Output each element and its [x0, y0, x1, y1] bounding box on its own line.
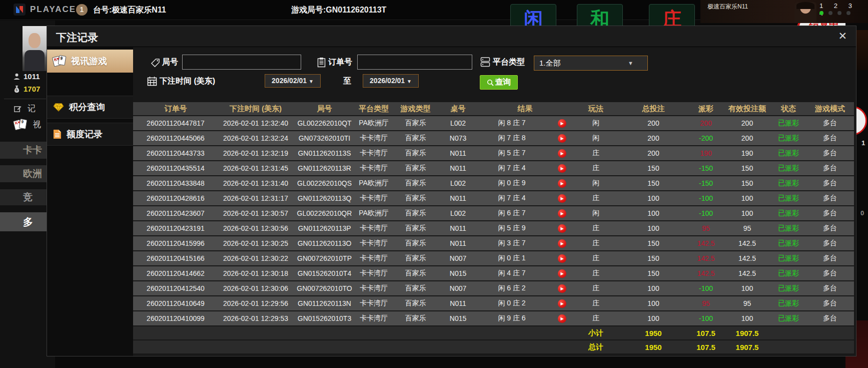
tab-quota-records[interactable]: 额度记录 [47, 123, 133, 146]
cell-round-number: GL002262010QT [293, 119, 356, 127]
chevron-down-icon: ▼ [309, 79, 314, 84]
platform-type-value: 1.全部 [539, 59, 561, 67]
cell-platform-type: 卡卡湾厅 [356, 269, 392, 278]
balance-row: $ 1707 [13, 85, 40, 93]
replay-play-button[interactable]: ▶ [558, 269, 566, 278]
cell-payout: -100 [688, 194, 723, 202]
cell-result: 闲 5 庄 7 ▶ [477, 149, 573, 158]
cell-total-bet: 100 [618, 284, 688, 292]
cell-payout: -150 [688, 179, 723, 187]
table-row: 260201120445066 2026-02-01 12:32:24 GN07… [133, 131, 854, 145]
cell-payout: -200 [688, 134, 723, 142]
replay-play-button[interactable]: ▶ [558, 284, 566, 293]
query-button[interactable]: 查询 [480, 75, 518, 90]
cell-result: 闲 7 庄 8 ▶ [477, 134, 573, 143]
video-game-row-fragment[interactable]: K♥9 视 [14, 119, 41, 131]
tab-points-query[interactable]: 积分查询 [47, 96, 133, 119]
replay-play-button[interactable]: ▶ [558, 254, 566, 263]
date-to-picker[interactable]: 2026/02/01 ▼ [363, 74, 419, 88]
cell-bet-type: 闲 [573, 209, 618, 218]
cell-total-bet: 150 [618, 269, 688, 277]
cell-bet-time: 2026-02-01 12:30:57 [218, 209, 293, 217]
bet-records-table: 订单号下注时间 (美东)局号平台类型游戏类型桌号结果玩法总投注派彩有效投注额状态… [133, 102, 854, 353]
document-icon [53, 129, 62, 139]
cell-game-mode: 多台 [806, 254, 854, 263]
replay-play-button[interactable]: ▶ [558, 314, 566, 323]
video-table-title: 极速百家乐N11 [707, 3, 748, 11]
live-video-thumbnail[interactable]: 极速百家乐N11 1 2 3 4 [700, 0, 868, 23]
replay-play-button[interactable]: ▶ [558, 209, 566, 218]
round-number-input[interactable] [182, 55, 301, 70]
cell-order-number: 260201120415166 [133, 254, 218, 262]
cell-order-number: 260201120414662 [133, 269, 218, 277]
platform-type-select[interactable]: 1.全部 ▼ [534, 56, 648, 71]
cell-table-number: N011 [439, 194, 477, 202]
column-header: 游戏模式 [806, 104, 854, 114]
cell-bet-time: 2026-02-01 12:32:19 [218, 149, 293, 157]
replay-play-button[interactable]: ▶ [558, 164, 566, 173]
bet-time-filter-label: 下注时间 (美东) [160, 76, 215, 87]
cell-platform-type: 卡卡湾厅 [356, 254, 392, 263]
cell-bet-type: 闲 [573, 134, 618, 143]
cell-status: 已派彩 [771, 224, 806, 233]
column-header: 总投注 [618, 104, 688, 114]
cell-bet-type: 庄 [573, 254, 618, 263]
close-icon[interactable]: ✕ [838, 30, 847, 42]
cell-game-type: 百家乐 [392, 239, 439, 248]
date-from-picker[interactable]: 2026/02/01 ▼ [265, 74, 321, 88]
result-text: 闲 8 庄 7 [477, 119, 547, 128]
replay-play-button[interactable]: ▶ [558, 134, 566, 143]
replay-play-button[interactable]: ▶ [558, 149, 566, 158]
cell-table-number: N011 [439, 224, 477, 232]
cell-game-mode: 多台 [806, 269, 854, 278]
cell-platform-type: PA欧洲厅 [356, 209, 392, 218]
subtotal-row: 小计 1950 107.5 1907.5 [133, 326, 854, 339]
brand-text: PLAYACE [30, 5, 76, 15]
cell-round-number: GN007262010TP [293, 254, 356, 262]
cell-table-number: N011 [439, 164, 477, 172]
table-row: 260201120433848 2026-02-01 12:31:40 GL00… [133, 176, 854, 190]
cell-round-number: GN0112620113O [293, 239, 356, 247]
replay-play-button[interactable]: ▶ [558, 299, 566, 308]
cell-game-mode: 多台 [806, 194, 854, 203]
tab-video-games[interactable]: K♥9 视讯游戏 [47, 50, 133, 73]
cell-bet-time: 2026-02-01 12:31:40 [218, 179, 293, 187]
person-icon [13, 73, 21, 80]
date-range-to-label: 至 [343, 76, 351, 87]
cell-valid-bet: 142.5 [723, 269, 771, 277]
cell-valid-bet: 100 [723, 314, 771, 322]
cell-table-number: L002 [439, 119, 477, 127]
cell-platform-type: 卡卡湾厅 [356, 284, 392, 293]
cell-game-mode: 多台 [806, 119, 854, 128]
column-header: 玩法 [573, 104, 618, 114]
cell-game-mode: 多台 [806, 164, 854, 173]
cell-status: 已派彩 [771, 134, 806, 143]
cards-icon: K♥9 [14, 119, 27, 131]
replay-play-button[interactable]: ▶ [558, 239, 566, 248]
cell-game-type: 百家乐 [392, 284, 439, 293]
tag-icon [151, 58, 160, 68]
replay-play-button[interactable]: ▶ [558, 179, 566, 188]
cell-game-type: 百家乐 [392, 254, 439, 263]
cell-game-mode: 多台 [806, 179, 854, 188]
cell-game-mode: 多台 [806, 209, 854, 218]
cell-result: 闲 3 庄 7 ▶ [477, 239, 573, 248]
cell-total-bet: 150 [618, 164, 688, 172]
replay-play-button[interactable]: ▶ [558, 119, 566, 128]
total-valid-bet: 1907.5 [723, 343, 771, 351]
platform-icon [480, 57, 490, 68]
cell-payout: -100 [688, 314, 723, 322]
cell-total-bet: 100 [618, 209, 688, 217]
replay-play-button[interactable]: ▶ [558, 194, 566, 203]
note-row-fragment[interactable]: 记 [14, 104, 36, 114]
cell-bet-time: 2026-02-01 12:29:56 [218, 299, 293, 307]
order-number-input[interactable] [357, 55, 472, 70]
result-text: 闲 9 庄 6 [477, 314, 547, 323]
cell-round-number: GN015262010T3 [293, 314, 356, 322]
table-row: 260201120428616 2026-02-01 12:31:17 GN01… [133, 191, 854, 205]
table-body: 260201120447817 2026-02-01 12:32:40 GL00… [133, 116, 854, 325]
column-header: 下注时间 (美东) [218, 104, 293, 114]
gem-icon [53, 103, 64, 112]
column-header: 桌号 [439, 104, 477, 114]
replay-play-button[interactable]: ▶ [558, 224, 566, 233]
